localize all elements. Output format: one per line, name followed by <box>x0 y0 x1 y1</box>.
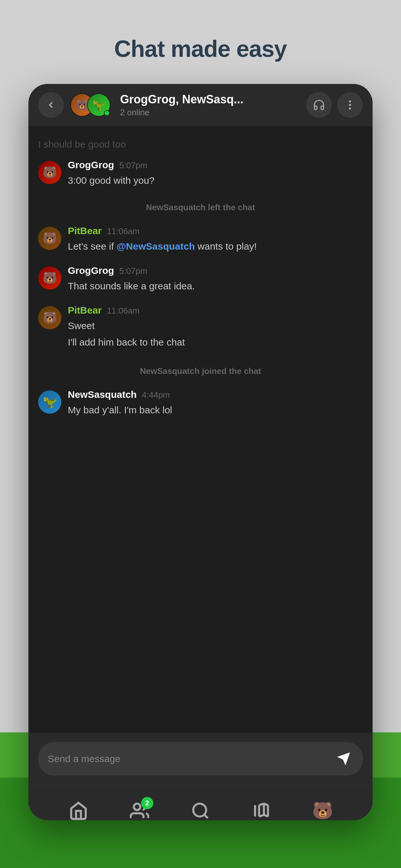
header-actions <box>306 92 363 118</box>
online-indicator <box>104 110 110 116</box>
message-content: GrogGrog 5:07pm That sounds like a great… <box>68 265 363 293</box>
mention: @NewSasquatch <box>117 241 195 252</box>
more-options-button[interactable] <box>337 92 363 118</box>
newsasquatch-avatar: 🦖 <box>38 391 61 414</box>
message-content: NewSasquatch 4:44pm My bad y'all. I'm ba… <box>68 389 363 417</box>
system-message: NewSasquatch joined the chat <box>38 363 363 379</box>
svg-point-3 <box>134 803 140 810</box>
message-text: My bad y'all. I'm back lol <box>68 403 363 417</box>
table-row: 🐻 GrogGrog 5:07pm That sounds like a gre… <box>38 265 363 293</box>
message-content: GrogGrog 5:07pm 3:00 good with you? <box>68 159 363 188</box>
message-timestamp: 11:06am <box>107 306 140 316</box>
message-timestamp: 5:07pm <box>119 160 147 170</box>
message-content: PitBear 11:06am Sweet I'll add him back … <box>68 305 363 351</box>
chat-header: 🐻 🦖 GrogGrog, NewSasq... 2 online <box>28 84 373 126</box>
table-row: 🐻 PitBear 11:06am Let's see if @NewSasqu… <box>38 225 363 253</box>
library-icon <box>250 800 273 820</box>
sidebar-item-friends[interactable]: 2 <box>128 800 151 820</box>
sidebar-item-library[interactable] <box>250 800 273 820</box>
faded-message: I should be good too <box>38 132 363 159</box>
back-button[interactable] <box>38 92 64 118</box>
avatar: 🐻 <box>38 267 61 290</box>
svg-point-0 <box>349 100 351 102</box>
pitbear-avatar: 🐻 <box>38 306 61 330</box>
avatar: 🐻 <box>38 161 61 184</box>
header-info: GrogGrog, NewSasq... 2 online <box>120 93 306 118</box>
friends-badge: 2 <box>141 797 153 809</box>
groggrog-avatar: 🐻 <box>38 161 61 184</box>
message-username: GrogGrog <box>68 159 114 170</box>
app-container: 🐻 🦖 GrogGrog, NewSasq... 2 online <box>28 84 373 820</box>
header-avatars: 🐻 🦖 <box>70 93 111 117</box>
svg-point-4 <box>193 803 206 816</box>
sidebar-item-profile[interactable]: 🐻 <box>311 800 334 820</box>
profile-bear-icon: 🐻 <box>311 800 334 820</box>
sidebar-item-home[interactable] <box>67 800 90 820</box>
bottom-nav: 2 🐻 <box>28 785 373 820</box>
search-icon <box>189 800 212 820</box>
table-row: 🦖 NewSasquatch 4:44pm My bad y'all. I'm … <box>38 389 363 417</box>
message-username: PitBear <box>68 225 102 237</box>
message-text: Let's see if @NewSasquatch wants to play… <box>68 239 363 253</box>
system-message: NewSasquatch left the chat <box>38 199 363 216</box>
message-content: PitBear 11:06am Let's see if @NewSasquat… <box>68 225 363 253</box>
pitbear-avatar: 🐻 <box>38 227 61 250</box>
groggrog-avatar: 🐻 <box>38 267 61 290</box>
message-input-wrapper: Send a message <box>38 742 363 776</box>
message-timestamp: 5:07pm <box>119 266 147 276</box>
svg-line-5 <box>204 814 208 818</box>
table-row: 🐻 GrogGrog 5:07pm 3:00 good with you? <box>38 159 363 188</box>
chat-name: GrogGrog, NewSasq... <box>120 93 306 106</box>
voice-button[interactable] <box>306 92 332 118</box>
message-username: NewSasquatch <box>68 389 136 400</box>
message-username: PitBear <box>68 305 102 316</box>
table-row: 🐻 PitBear 11:06am Sweet I'll add him bac… <box>38 305 363 351</box>
page-title: Chat made easy <box>0 35 401 62</box>
home-icon <box>67 800 90 820</box>
chat-messages: I should be good too 🐻 GrogGrog 5:07pm 3… <box>28 126 373 733</box>
message-username: GrogGrog <box>68 265 114 276</box>
avatar: 🦖 <box>38 391 61 414</box>
message-text: 3:00 good with you? <box>68 173 363 188</box>
svg-point-2 <box>349 107 351 110</box>
message-timestamp: 4:44pm <box>142 390 170 400</box>
sidebar-item-search[interactable] <box>189 800 212 820</box>
message-text: That sounds like a great idea. <box>68 279 363 293</box>
svg-point-1 <box>349 104 351 106</box>
send-button[interactable] <box>334 749 353 769</box>
message-text: Sweet I'll add him back to the chat <box>68 318 363 349</box>
online-count: 2 online <box>120 107 306 118</box>
friends-icon: 2 <box>128 800 151 820</box>
avatar: 🐻 <box>38 227 61 250</box>
message-input[interactable]: Send a message <box>48 753 334 764</box>
avatar: 🐻 <box>38 306 61 330</box>
message-timestamp: 11:06am <box>107 226 140 237</box>
input-area: Send a message <box>28 733 373 785</box>
